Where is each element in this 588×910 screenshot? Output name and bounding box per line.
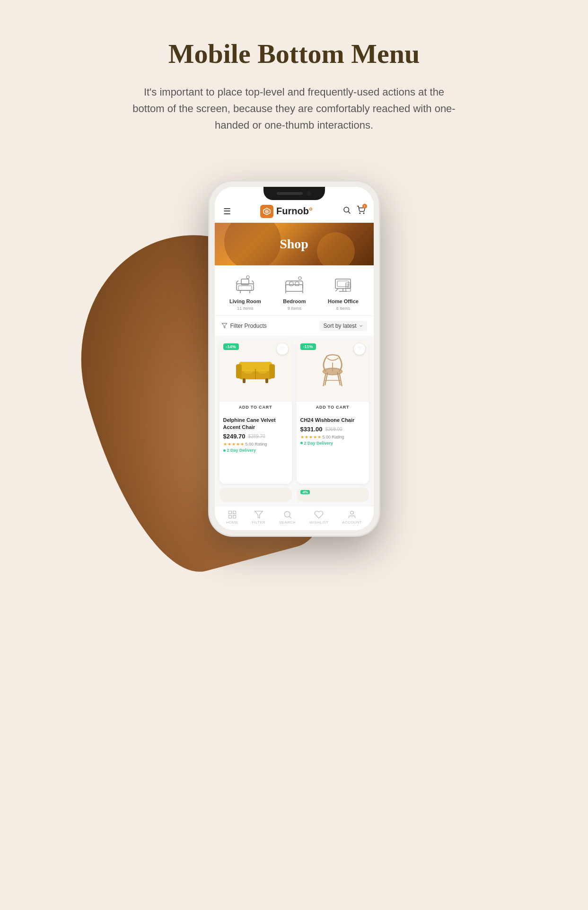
phone-frame: ☰ Furnob° — [209, 181, 379, 536]
svg-rect-34 — [265, 378, 268, 383]
partial-card-1 — [219, 488, 292, 502]
star-4: ★ — [236, 442, 240, 446]
svg-rect-46 — [228, 511, 231, 514]
bottom-nav-search[interactable]: SEARCH — [279, 510, 296, 525]
svg-line-52 — [289, 516, 291, 518]
product-chair-svg — [315, 351, 351, 389]
phone-screen: ☰ Furnob° — [215, 187, 374, 530]
product-image-1: -14% ♡ — [219, 340, 292, 401]
svg-point-51 — [284, 511, 290, 517]
bottom-nav-search-label: SEARCH — [279, 520, 296, 525]
bottom-nav-wishlist[interactable]: WISHLIST — [309, 510, 328, 525]
bottom-nav-wishlist-label: WISHLIST — [309, 520, 328, 525]
discount-badge-1: -14% — [223, 343, 239, 350]
svg-rect-33 — [243, 378, 246, 383]
product-name-2: CH24 Wishbone Chair — [300, 417, 365, 424]
cart-count-badge: 2 — [362, 204, 367, 209]
star-2: ★ — [228, 442, 231, 446]
app-name: Furnob° — [276, 206, 313, 217]
stars-1: ★ ★ ★ ★ ★ — [223, 442, 244, 446]
product-prices-2: $331.00 $368.00 — [300, 426, 365, 433]
svg-line-3 — [348, 211, 350, 213]
delivery-dot-1 — [223, 449, 226, 452]
svg-point-53 — [351, 511, 354, 514]
category-count-home-office: 8 Items — [336, 306, 351, 311]
svg-point-17 — [298, 277, 301, 280]
svg-point-35 — [244, 370, 253, 374]
bottom-nav-account[interactable]: ACCOUNT — [342, 510, 362, 525]
screen-content: ☰ Furnob° — [215, 187, 374, 530]
home-office-icon — [330, 273, 356, 297]
add-to-cart-button-1[interactable]: ADD TO CART — [219, 401, 292, 413]
svg-rect-7 — [238, 286, 252, 290]
filter-products-button[interactable]: Filter Products — [221, 323, 267, 329]
wishlist-button-2[interactable]: ♡ — [354, 343, 365, 355]
star-6: ★ — [300, 435, 304, 439]
hero-banner: Shop — [215, 223, 374, 265]
product-info-2: CH24 Wishbone Chair $331.00 $368.00 ★ ★ — [297, 413, 369, 448]
bottom-navigation: HOME FILTER SEARCH WISHLIST — [215, 506, 374, 530]
product-card-2: -11% ♡ — [297, 340, 369, 484]
wishlist-button-1[interactable]: ♡ — [277, 343, 288, 355]
category-name-home-office: Home Office — [328, 298, 359, 304]
rating-text-1: 5.00 Rating — [246, 442, 267, 446]
categories-row: Living Room 11 Items — [215, 265, 374, 316]
star-9: ★ — [313, 435, 317, 439]
page-title: Mobile Bottom Menu — [168, 38, 420, 70]
star-7: ★ — [305, 435, 308, 439]
phone-scene: ☰ Furnob° — [129, 172, 460, 536]
bottom-nav-filter[interactable]: FILTER — [252, 510, 265, 525]
delivery-text-1: 2 Day Delivery — [227, 448, 256, 453]
bedroom-icon — [281, 273, 307, 297]
bottom-nav-account-label: ACCOUNT — [342, 520, 362, 525]
category-name-living-room: Living Room — [229, 298, 261, 304]
price-current-2: $331.00 — [300, 426, 323, 433]
category-bedroom[interactable]: Bedroom 9 Items — [281, 273, 307, 311]
svg-line-22 — [335, 289, 338, 291]
svg-rect-15 — [290, 282, 293, 286]
bottom-nav-home-label: HOME — [226, 520, 238, 525]
svg-rect-12 — [286, 285, 303, 291]
star-1: ★ — [223, 442, 227, 446]
category-count-living-room: 11 Items — [237, 306, 254, 311]
product-prices-1: $249.70 $289.70 — [223, 433, 288, 440]
phone-container: ☰ Furnob° — [209, 181, 379, 536]
category-living-room[interactable]: Living Room 11 Items — [229, 273, 261, 311]
price-current-1: $249.70 — [223, 433, 246, 440]
partial-card-2: -8% — [297, 488, 369, 502]
notch-camera — [307, 191, 311, 196]
svg-marker-50 — [255, 511, 263, 518]
price-original-1: $289.70 — [248, 434, 265, 439]
products-grid: -14% ♡ — [215, 336, 374, 488]
cart-icon[interactable]: 2 — [357, 206, 365, 217]
bottom-nav-home[interactable]: HOME — [226, 510, 238, 525]
svg-rect-31 — [269, 364, 275, 378]
product-card-1: -14% ♡ — [219, 340, 292, 484]
category-count-bedroom: 9 Items — [288, 306, 302, 311]
delivery-text-2: 2 Day Delivery — [304, 441, 333, 446]
search-icon[interactable] — [342, 206, 351, 217]
svg-rect-16 — [295, 282, 299, 286]
product-rating-1: ★ ★ ★ ★ ★ 5.00 Rating — [223, 442, 288, 446]
star-3: ★ — [232, 442, 236, 446]
sort-dropdown[interactable]: Sort by latest — [319, 321, 367, 331]
bottom-nav-filter-label: FILTER — [252, 520, 265, 525]
svg-rect-49 — [228, 515, 231, 518]
product-name-1: Delphine Cane Velvet Accent Chair — [223, 417, 288, 431]
hamburger-menu-icon[interactable]: ☰ — [223, 206, 231, 217]
svg-point-11 — [246, 276, 249, 279]
filter-bar: Filter Products Sort by latest — [215, 316, 374, 336]
rating-text-2: 5.00 Rating — [323, 435, 344, 439]
delivery-badge-1: 2 Day Delivery — [223, 448, 288, 453]
living-room-icon — [232, 273, 258, 297]
app-logo: Furnob° — [260, 205, 313, 218]
logo-icon — [260, 205, 273, 218]
price-original-2: $368.00 — [325, 427, 342, 432]
svg-point-36 — [258, 370, 267, 374]
product-image-2: -11% ♡ — [297, 340, 369, 401]
add-to-cart-button-2[interactable]: ADD TO CART — [297, 401, 369, 413]
star-5: ★ — [240, 442, 244, 446]
svg-rect-48 — [233, 515, 236, 518]
category-home-office[interactable]: Home Office 8 Items — [328, 273, 359, 311]
delivery-dot-2 — [300, 442, 303, 444]
